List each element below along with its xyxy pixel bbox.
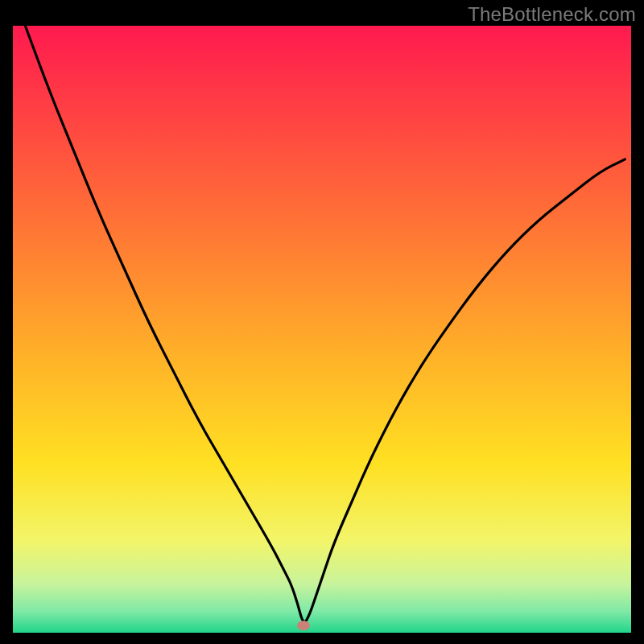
plot-background bbox=[13, 26, 631, 633]
watermark-text: TheBottleneck.com bbox=[468, 3, 636, 26]
chart-container: { "watermark": "TheBottleneck.com", "cha… bbox=[0, 0, 644, 644]
bottleneck-chart bbox=[0, 0, 644, 644]
bottleneck-marker bbox=[297, 621, 310, 630]
